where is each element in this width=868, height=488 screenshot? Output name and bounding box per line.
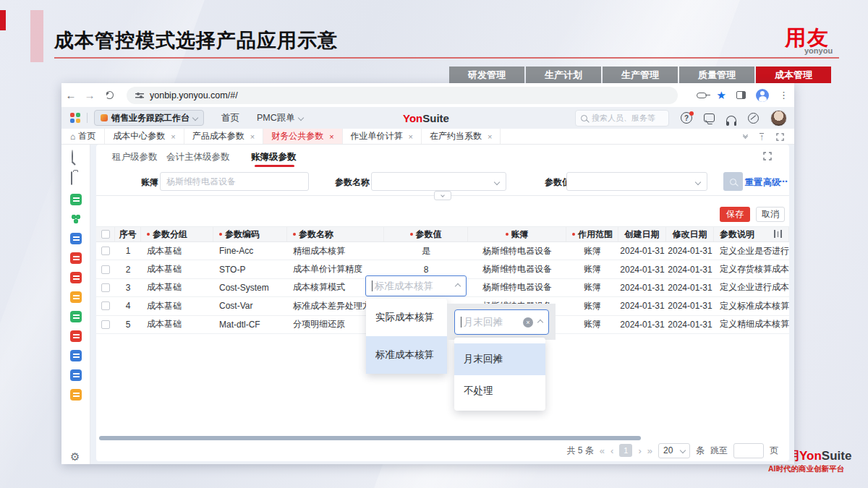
menu-home[interactable]: 首页 xyxy=(221,112,239,124)
option-standard-cost[interactable]: 标准成本核算 xyxy=(366,336,447,374)
nav-tab-plan[interactable]: 生产计划 xyxy=(526,67,601,83)
nav-tab-quality[interactable]: 质量管理 xyxy=(679,67,754,83)
url-text[interactable]: yonbip.yonyou.com/#/ xyxy=(150,90,238,100)
close-icon[interactable]: × xyxy=(329,132,333,141)
tab-cost-center-params[interactable]: 成本中心参数× xyxy=(104,129,183,144)
tab-product-cost-params[interactable]: 产品成本参数× xyxy=(184,129,263,144)
side-panel-icon[interactable] xyxy=(736,91,746,99)
first-page-icon[interactable]: « xyxy=(600,445,605,456)
browser-profile-icon[interactable] xyxy=(756,89,769,102)
option-no-processing[interactable]: 不处理 xyxy=(454,375,545,407)
help-icon[interactable]: ? xyxy=(681,112,692,124)
password-key-icon[interactable] xyxy=(697,93,707,98)
tab-finance-public-params[interactable]: 财务公共参数× xyxy=(263,129,341,144)
browser-menu-icon[interactable]: ⋮ xyxy=(779,90,788,100)
filter-search-button[interactable] xyxy=(723,172,743,191)
avatar[interactable] xyxy=(770,110,787,127)
prev-page-icon[interactable]: ‹ xyxy=(610,445,613,456)
filter-red-icon-2[interactable] xyxy=(70,330,82,342)
advanced-link[interactable]: 高级 xyxy=(763,176,780,189)
app-launcher-icon[interactable] xyxy=(70,113,80,123)
nav-tab-cost[interactable]: 成本管理 xyxy=(756,67,831,83)
support-headset-icon[interactable] xyxy=(726,116,736,122)
param-value-filter-select[interactable] xyxy=(566,172,707,191)
filter-red-icon[interactable] xyxy=(70,252,82,264)
browser-reload-icon[interactable] xyxy=(106,91,114,99)
chart-blue-icon[interactable] xyxy=(70,350,82,361)
ledger-green-icon[interactable] xyxy=(70,194,82,205)
save-button[interactable]: 保存 xyxy=(720,207,750,222)
expand-icon[interactable] xyxy=(763,152,772,160)
tab-book-params[interactable]: 账簿级参数 xyxy=(251,151,297,163)
collapse-filter-button[interactable] xyxy=(434,191,451,200)
fullscreen-icon[interactable] xyxy=(776,133,784,141)
cancel-button[interactable]: 取消 xyxy=(756,207,785,222)
tab-entity-params[interactable]: 会计主体级参数 xyxy=(166,151,230,163)
tab-list-icon[interactable] xyxy=(744,133,747,140)
param-name-filter-select[interactable] xyxy=(371,172,506,191)
message-icon[interactable] xyxy=(704,114,715,122)
bookmark-star-icon[interactable]: ★ xyxy=(717,89,726,102)
settings-gear-icon[interactable]: ⚙ xyxy=(70,451,80,463)
book-filter-input[interactable] xyxy=(160,172,309,191)
search-icon[interactable] xyxy=(70,150,82,162)
menu-pmc[interactable]: PMC跟单 xyxy=(257,112,303,124)
url-bar[interactable]: yonbip.yonyou.com/#/ xyxy=(127,87,678,104)
book-filter-label: 账簿 xyxy=(141,176,158,189)
nav-tab-prod[interactable]: 生产管理 xyxy=(603,67,678,83)
calculator-green-icon[interactable] xyxy=(70,311,82,322)
total-count: 共 5 条 xyxy=(567,445,594,457)
org-green-icon[interactable] xyxy=(70,213,82,225)
accent-pink-bar xyxy=(30,10,43,62)
compass-icon[interactable] xyxy=(748,113,759,124)
last-page-icon[interactable]: » xyxy=(647,445,652,456)
more-icon[interactable]: ⋯ xyxy=(779,176,788,187)
current-page[interactable]: 1 xyxy=(619,444,632,457)
jump-page-input[interactable] xyxy=(733,443,764,458)
select-all-checkbox[interactable] xyxy=(101,230,110,239)
column-settings-icon[interactable] xyxy=(774,230,782,238)
user-blue-icon[interactable] xyxy=(70,233,82,244)
row-checkbox[interactable] xyxy=(101,301,110,310)
workspace-selector[interactable]: 销售业务跟踪工作台 xyxy=(94,110,204,126)
option-actual-cost[interactable]: 实际成本核算 xyxy=(366,299,447,336)
close-icon[interactable]: × xyxy=(409,132,413,141)
tab-home[interactable]: ⌂ 首页 xyxy=(61,129,104,144)
close-icon[interactable]: × xyxy=(250,132,255,141)
variance-combobox[interactable]: 月末回摊 × xyxy=(454,309,549,335)
site-settings-icon[interactable] xyxy=(135,92,144,99)
option-month-end-allocate[interactable]: 月末回摊 xyxy=(454,343,545,375)
row-checkbox[interactable] xyxy=(101,320,110,329)
favorites-folder-icon[interactable] xyxy=(70,172,82,184)
row-checkbox[interactable] xyxy=(101,265,110,274)
cost-mode-combobox[interactable]: 标准成本核算 xyxy=(365,275,467,296)
global-search-input[interactable] xyxy=(592,114,657,122)
horizontal-scrollbar[interactable] xyxy=(99,436,641,440)
tab-job-unit-price[interactable]: 作业单价计算× xyxy=(342,129,421,144)
mail-red-icon[interactable] xyxy=(70,272,82,283)
yonsuite-logo: YonSuite xyxy=(403,112,449,124)
row-checkbox[interactable] xyxy=(101,283,110,292)
browser-window: ← → yonbip.yonyou.com/#/ ★ ⋮ xyxy=(61,83,794,464)
tab-tenant-params[interactable]: 租户级参数 xyxy=(112,151,158,163)
table-header: 序号 参数分组 参数编码 参数名称 参数值 账簿 作用范围 创建日期 修改日期 … xyxy=(96,226,789,242)
collapse-up-icon[interactable]: ↑ xyxy=(760,133,764,141)
doc-blue-icon[interactable] xyxy=(70,369,82,381)
reset-link[interactable]: 重置 xyxy=(745,176,762,189)
puzzle-orange-icon[interactable] xyxy=(70,291,82,303)
close-icon[interactable]: × xyxy=(171,132,175,141)
book-filter-field[interactable] xyxy=(166,176,302,187)
jump-label: 跳至 xyxy=(710,445,728,457)
browser-forward-icon[interactable]: → xyxy=(80,89,99,101)
row-checkbox[interactable] xyxy=(101,247,110,255)
page-size-select[interactable]: 20 xyxy=(658,443,690,458)
browser-back-icon[interactable]: ← xyxy=(61,89,80,101)
global-search[interactable] xyxy=(575,110,669,127)
clear-icon[interactable]: × xyxy=(523,317,533,328)
basket-orange-icon[interactable] xyxy=(70,389,82,401)
next-page-icon[interactable]: › xyxy=(638,445,641,456)
chevron-down-icon xyxy=(680,448,686,453)
close-icon[interactable]: × xyxy=(488,132,492,141)
tab-wip-equivalent[interactable]: 在产约当系数× xyxy=(421,129,501,144)
nav-tab-rd[interactable]: 研发管理 xyxy=(449,67,524,83)
